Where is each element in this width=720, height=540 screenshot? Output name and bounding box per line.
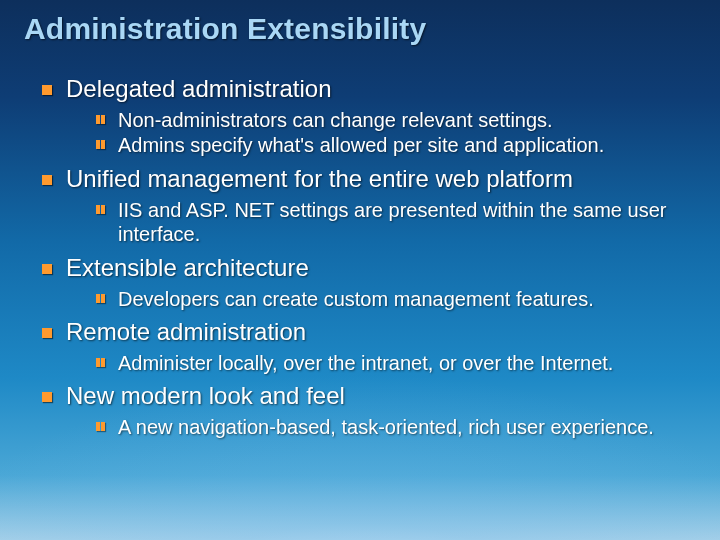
sub-bullet-text: Developers can create custom management …: [118, 287, 704, 311]
bullet-item: New modern look and feel A new navigatio…: [42, 381, 704, 439]
sub-bullet-item: IIS and ASP. NET settings are presented …: [96, 198, 704, 247]
sub-bullet-list: Administer locally, over the intranet, o…: [66, 351, 704, 375]
sub-bullet-item: Administer locally, over the intranet, o…: [96, 351, 704, 375]
bullet-item: Remote administration Administer locally…: [42, 317, 704, 375]
slide-title: Administration Extensibility: [24, 12, 704, 46]
bullet-text: New modern look and feel: [66, 381, 704, 411]
sub-bullet-text: A new navigation-based, task-oriented, r…: [118, 415, 704, 439]
sub-bullet-item: Admins specify what's allowed per site a…: [96, 133, 704, 157]
slide: Administration Extensibility Delegated a…: [0, 0, 720, 540]
sub-bullet-list: Non-administrators can change relevant s…: [66, 108, 704, 158]
sub-bullet-text: Admins specify what's allowed per site a…: [118, 133, 704, 157]
bullet-item: Delegated administration Non-administrat…: [42, 74, 704, 158]
sub-bullet-text: IIS and ASP. NET settings are presented …: [118, 198, 704, 247]
sub-bullet-item: Developers can create custom management …: [96, 287, 704, 311]
sub-bullet-item: Non-administrators can change relevant s…: [96, 108, 704, 132]
sub-bullet-list: IIS and ASP. NET settings are presented …: [66, 198, 704, 247]
sub-bullet-list: Developers can create custom management …: [66, 287, 704, 311]
sub-bullet-text: Non-administrators can change relevant s…: [118, 108, 704, 132]
bullet-text: Remote administration: [66, 317, 704, 347]
sub-bullet-list: A new navigation-based, task-oriented, r…: [66, 415, 704, 439]
bullet-text: Delegated administration: [66, 74, 704, 104]
bullet-list: Delegated administration Non-administrat…: [24, 74, 704, 440]
sub-bullet-text: Administer locally, over the intranet, o…: [118, 351, 704, 375]
bullet-text: Extensible architecture: [66, 253, 704, 283]
sub-bullet-item: A new navigation-based, task-oriented, r…: [96, 415, 704, 439]
bullet-item: Extensible architecture Developers can c…: [42, 253, 704, 311]
bullet-item: Unified management for the entire web pl…: [42, 164, 704, 247]
bullet-text: Unified management for the entire web pl…: [66, 164, 704, 194]
